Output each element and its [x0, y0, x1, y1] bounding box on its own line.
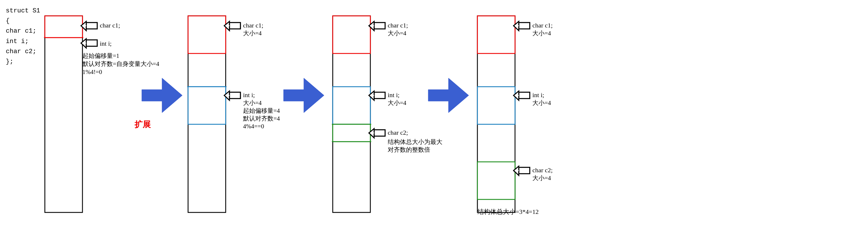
svg-marker-36 [428, 78, 469, 113]
svg-rect-22 [333, 16, 370, 54]
size-c1-d4: 大小=4 [532, 30, 551, 37]
label-i-d1: int i; [100, 40, 112, 47]
size-c1-d2: 大小=4 [243, 30, 262, 37]
svg-rect-14 [229, 23, 241, 29]
size-i-d3: 大小=4 [388, 99, 406, 106]
page: struct S1 { char c1; int i; char c2; }; … [0, 0, 868, 237]
svg-rect-23 [333, 87, 370, 124]
diagram-svg: char c1; int i; 起始偏移量=1 默认对齐数=自身变量大小=4 1… [0, 0, 868, 237]
svg-rect-3 [86, 23, 97, 29]
size-c1-d3: 大小=4 [388, 30, 406, 37]
label-c1-d3: char c1; [388, 22, 408, 29]
size-i-d2-2: 起始偏移量=4 [243, 107, 280, 114]
note-c2-d3-2: 对齐数的整数倍 [388, 146, 430, 153]
size-i-d2-3: 默认对齐数=4 [243, 115, 280, 122]
svg-rect-38 [477, 16, 515, 54]
label-c1-d4: char c1; [532, 22, 553, 29]
svg-rect-40 [477, 162, 515, 199]
label-c1-d2: char c1; [243, 22, 263, 29]
svg-rect-6 [86, 40, 97, 46]
svg-rect-41 [519, 23, 530, 29]
note-final-d4: 结构体总大小=3*4=12 [477, 208, 539, 215]
svg-marker-9 [142, 78, 182, 113]
svg-rect-17 [229, 92, 241, 99]
svg-rect-27 [374, 23, 385, 29]
expand-label: 扩展 [134, 120, 151, 129]
size-i-d2-4: 4%4==0 [243, 123, 264, 130]
svg-rect-44 [519, 92, 530, 99]
svg-rect-33 [374, 130, 385, 136]
label-i-d3: int i; [388, 91, 400, 99]
note2-d1: 默认对齐数=自身变量大小=4 [82, 60, 159, 67]
label-i-d2: int i; [243, 91, 255, 99]
label-c2-d3: char c2; [388, 129, 408, 136]
svg-rect-30 [374, 92, 385, 99]
svg-rect-0 [45, 16, 83, 212]
note3-d1: 1%4!=0 [83, 68, 102, 75]
svg-rect-47 [519, 167, 530, 174]
svg-rect-2 [45, 16, 83, 38]
svg-rect-26 [333, 124, 370, 142]
svg-marker-20 [283, 78, 324, 113]
note1-d1: 起始偏移量=1 [83, 52, 119, 59]
svg-rect-39 [477, 87, 515, 124]
size-i-d2-1: 大小=4 [243, 99, 262, 106]
label-c1-d1: char c1; [100, 22, 120, 29]
svg-rect-11 [188, 16, 226, 54]
size-i-d4: 大小=4 [532, 99, 551, 106]
label-i-d4: int i; [532, 91, 544, 99]
note-c2-d3-1: 结构体总大小为最大 [388, 138, 442, 145]
svg-rect-13 [188, 87, 226, 124]
size-c2-d4: 大小=4 [532, 175, 551, 181]
label-c2-d4: char c2; [532, 167, 553, 174]
